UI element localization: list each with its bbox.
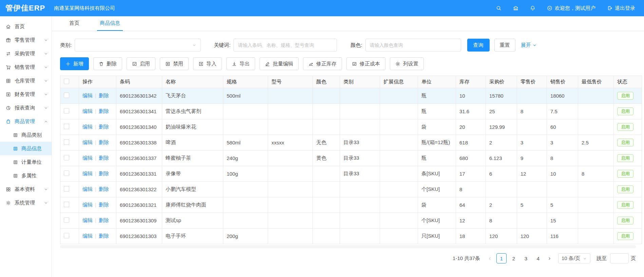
row-checkbox[interactable] bbox=[64, 233, 69, 238]
sidebar-item-sales[interactable]: 销售管理 bbox=[0, 60, 52, 74]
edit-link[interactable]: 编辑 bbox=[82, 139, 93, 145]
sidebar-subitem-measure-unit[interactable]: 计量单位 bbox=[0, 155, 52, 169]
edit-link[interactable]: 编辑 bbox=[82, 202, 93, 207]
add-button[interactable]: 新增 bbox=[60, 57, 89, 70]
sidebar-subitem-product-info[interactable]: 商品信息 bbox=[0, 142, 52, 155]
delete-link[interactable]: 删除 bbox=[99, 139, 109, 145]
edit-link[interactable]: 编辑 bbox=[82, 186, 93, 192]
delete-link[interactable]: 删除 bbox=[99, 186, 109, 192]
row-checkbox[interactable] bbox=[64, 202, 69, 207]
delete-link[interactable]: 删除 bbox=[99, 171, 109, 176]
cell-retail: 8 bbox=[517, 104, 547, 119]
row-checkbox[interactable] bbox=[64, 93, 69, 98]
tab-product-info[interactable]: 商品信息 bbox=[97, 16, 123, 31]
edit-link[interactable]: 编辑 bbox=[82, 233, 93, 239]
user-menu[interactable]: 欢迎您，测试用户 bbox=[547, 5, 595, 12]
delete-link[interactable]: 删除 bbox=[99, 93, 109, 98]
cell-stock: 20 bbox=[456, 119, 486, 135]
edit-link[interactable]: 编辑 bbox=[82, 93, 93, 98]
sidebar-item-system[interactable]: 系统管理 bbox=[0, 196, 52, 210]
page-3[interactable]: 3 bbox=[521, 253, 531, 263]
disable-button[interactable]: 禁用 bbox=[160, 57, 189, 70]
sidebar-item-product[interactable]: 商品管理 bbox=[0, 115, 52, 128]
page-size-select[interactable]: 10 条/页 bbox=[558, 253, 590, 263]
row-checkbox[interactable] bbox=[64, 171, 69, 176]
page-4[interactable]: 4 bbox=[533, 253, 543, 263]
row-checkbox[interactable] bbox=[64, 186, 69, 192]
select-all-checkbox[interactable] bbox=[64, 79, 69, 84]
sidebar-item-basedata[interactable]: 基本资料 bbox=[0, 182, 52, 196]
sidebar-item-warehouse[interactable]: 仓库管理 bbox=[0, 74, 52, 87]
cell-min bbox=[578, 104, 614, 119]
row-checkbox[interactable] bbox=[64, 217, 69, 223]
sidebar-subitem-product-category[interactable]: 商品类别 bbox=[0, 128, 52, 142]
edit-link[interactable]: 编辑 bbox=[82, 171, 93, 176]
prev-page-button[interactable] bbox=[486, 253, 494, 263]
jump-page-input[interactable] bbox=[610, 253, 629, 263]
keyword-input[interactable] bbox=[233, 39, 337, 52]
button-label: 修正成本 bbox=[360, 61, 380, 67]
bell-icon[interactable] bbox=[530, 5, 535, 11]
color-input[interactable] bbox=[365, 39, 461, 52]
column-header: 零售价 bbox=[517, 76, 547, 88]
delete-link[interactable]: 删除 bbox=[99, 217, 109, 223]
cell-unit: 瓶 bbox=[418, 151, 456, 166]
sidebar-item-finance[interactable]: 财务管理 bbox=[0, 87, 52, 101]
sidebar-subitem-multi-attribute[interactable]: 多属性 bbox=[0, 169, 52, 182]
sidebar-item-label: 商品管理 bbox=[15, 118, 35, 125]
page-1[interactable]: 1 bbox=[496, 253, 507, 263]
export-button[interactable]: 导出 bbox=[226, 57, 255, 70]
search-button[interactable]: 查询 bbox=[467, 39, 490, 52]
tab-home[interactable]: 首页 bbox=[67, 16, 82, 31]
import-icon bbox=[198, 61, 204, 66]
row-checkbox[interactable] bbox=[64, 108, 69, 114]
edit-link[interactable]: 编辑 bbox=[82, 155, 93, 161]
edit-link[interactable]: 编辑 bbox=[82, 217, 93, 223]
row-checkbox[interactable] bbox=[64, 124, 69, 129]
cell-barcode: 6901236301322 bbox=[116, 182, 162, 197]
delete-link[interactable]: 删除 bbox=[99, 124, 109, 130]
search-icon[interactable] bbox=[496, 5, 501, 11]
cell-sale: 18060 bbox=[547, 88, 578, 104]
sidebar-item-label: 仓库管理 bbox=[15, 78, 35, 84]
category-select[interactable] bbox=[75, 39, 201, 52]
batch-edit-button[interactable]: 批量编辑 bbox=[260, 57, 299, 70]
sidebar-item-home[interactable]: 首页 bbox=[0, 20, 52, 33]
cell-model bbox=[268, 151, 313, 166]
warehouse-icon bbox=[6, 78, 11, 83]
fix-cost-button[interactable]: 修正成本 bbox=[346, 57, 385, 70]
delete-link[interactable]: 删除 bbox=[99, 202, 109, 207]
import-button[interactable]: 导入 bbox=[193, 57, 222, 70]
sidebar-item-retail[interactable]: 零售管理 bbox=[0, 33, 52, 47]
next-page-button[interactable] bbox=[545, 253, 554, 263]
page-2[interactable]: 2 bbox=[509, 253, 519, 263]
cell-model bbox=[268, 213, 313, 229]
sidebar-subitem-label: 商品信息 bbox=[21, 145, 42, 152]
horizontal-scrollbar[interactable] bbox=[60, 245, 636, 248]
basedata-icon bbox=[6, 187, 11, 192]
edit-link[interactable]: 编辑 bbox=[82, 124, 93, 130]
logout-button[interactable]: 退出登录 bbox=[607, 5, 635, 12]
bank-icon[interactable] bbox=[513, 5, 518, 11]
cell-name: 测试sp bbox=[162, 213, 223, 229]
cell-color bbox=[313, 229, 340, 244]
edit-link[interactable]: 编辑 bbox=[82, 108, 93, 114]
delete-link[interactable]: 删除 bbox=[99, 108, 109, 114]
check-square-icon bbox=[132, 61, 137, 66]
delete-link[interactable]: 删除 bbox=[99, 233, 109, 239]
sidebar-item-report[interactable]: 报表查询 bbox=[0, 101, 52, 115]
fix-stock-button[interactable]: 修正库存 bbox=[303, 57, 342, 70]
row-checkbox[interactable] bbox=[64, 155, 69, 160]
column-setup-button[interactable]: 列设置 bbox=[390, 57, 424, 70]
expand-link[interactable]: 展开 bbox=[521, 42, 537, 48]
chevron-down-icon bbox=[192, 43, 196, 47]
delete-button[interactable]: 删除 bbox=[93, 57, 122, 70]
sidebar-item-purchase[interactable]: 采购管理 bbox=[0, 47, 52, 60]
cell-color bbox=[313, 166, 340, 182]
enable-button[interactable]: 启用 bbox=[127, 57, 155, 70]
button-label: 批量编辑 bbox=[273, 61, 293, 67]
delete-link[interactable]: 删除 bbox=[99, 155, 109, 161]
reset-button[interactable]: 重置 bbox=[494, 39, 515, 52]
row-checkbox[interactable] bbox=[64, 139, 69, 145]
cell-name: 小鹏汽车模型 bbox=[162, 182, 223, 197]
